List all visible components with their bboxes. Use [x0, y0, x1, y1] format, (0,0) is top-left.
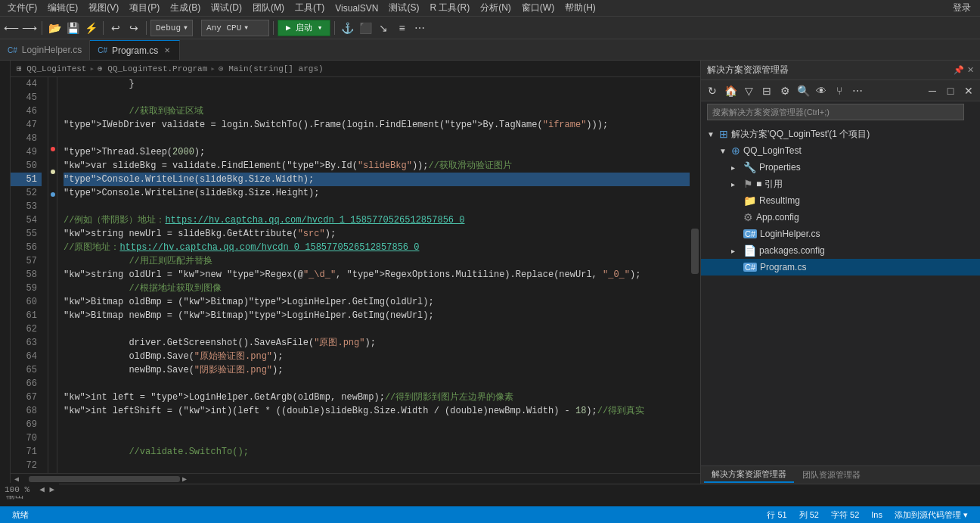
- tree-item-appconfig[interactable]: ⚙ App.config: [701, 209, 980, 226]
- menubar-item-tools[interactable]: 工具(T): [290, 0, 329, 16]
- line-number-47: 47: [11, 118, 42, 132]
- menubar-item-window[interactable]: 窗口(W): [517, 0, 559, 16]
- menubar-item-view[interactable]: 视图(V): [84, 0, 123, 16]
- toolbar-back-btn[interactable]: ⟵: [3, 20, 20, 36]
- panel-maximize-btn[interactable]: □: [942, 82, 959, 99]
- tree-item-project[interactable]: ▼ ⊕ QQ_LoginTest: [701, 142, 980, 159]
- start-button[interactable]: ▶ 启动 ▾: [278, 20, 330, 36]
- scrollbar-thumb[interactable]: [691, 229, 699, 274]
- toolbar-breakpoint-btn[interactable]: ⬛: [357, 20, 374, 36]
- tree-item-loginhelper[interactable]: C# LoginHelper.cs: [701, 226, 980, 242]
- status-left: 就绪: [6, 509, 35, 521]
- solution-settings-btn[interactable]: ⚙: [777, 82, 793, 99]
- tree-item-packagesconfig[interactable]: ▸ 📄 packages.config: [701, 242, 980, 259]
- zoom-label[interactable]: 100 % ◀ ▶: [11, 483, 59, 484]
- platform-dropdown-arrow: ▼: [244, 24, 248, 31]
- panel-header-controls[interactable]: 📌 ✕: [954, 65, 974, 75]
- breadcrumb-part3[interactable]: ⊙ Main(string[] args): [219, 64, 324, 73]
- close-panel-icon[interactable]: ✕: [967, 65, 974, 75]
- platform-dropdown[interactable]: Any CPU ▼: [201, 20, 269, 36]
- login-label[interactable]: 登录: [953, 2, 977, 14]
- tree-item-resultimg[interactable]: 📁 ResultImg: [701, 192, 980, 209]
- toolbar-undo-btn[interactable]: ↩: [107, 20, 124, 36]
- solution-home-btn[interactable]: 🏠: [722, 82, 739, 99]
- menubar-item-analyze[interactable]: 分析(N): [476, 0, 516, 16]
- toolbar-attach-btn[interactable]: ⚓: [339, 20, 355, 36]
- solution-icon: ⊞: [719, 128, 728, 140]
- line-number-67: 67: [11, 391, 42, 404]
- code-editor[interactable]: 4445464748495051525354555657585960616263…: [11, 77, 700, 473]
- line-number-70: 70: [11, 431, 42, 445]
- panel-minimize-btn[interactable]: ─: [924, 82, 941, 99]
- scrollbar-h-thumb[interactable]: [29, 476, 180, 482]
- solution-collapse-btn[interactable]: ⊟: [758, 82, 775, 99]
- tree-arrow-solution: ▼: [707, 130, 716, 139]
- solution-filter-btn[interactable]: ▽: [740, 82, 757, 99]
- scroll-right-arrow[interactable]: ▶: [180, 475, 189, 484]
- line-number-57: 57: [11, 254, 42, 268]
- tab-team-explorer[interactable]: 团队资源管理器: [795, 468, 868, 482]
- tab-program[interactable]: C# Program.cs ✕: [90, 40, 180, 60]
- solution-sync-btn[interactable]: ↻: [704, 82, 721, 99]
- code-line-56: //原图地址：https://hv.captcha.qq.com/hvcdn_0…: [64, 241, 690, 254]
- toolbar-more-btn[interactable]: ⋯: [411, 20, 428, 36]
- toolbar-save-all-btn[interactable]: ⚡: [82, 20, 99, 36]
- tree-item-solution[interactable]: ▼ ⊞ 解决方案'QQ_LoginTest'(1 个项目): [701, 126, 980, 142]
- tab-loginhelper[interactable]: C# LoginHelper.cs: [0, 40, 90, 60]
- code-line-50: "kw">var slideBkg = validate.FindElement…: [64, 159, 690, 173]
- solution-search-btn[interactable]: 🔍: [795, 82, 811, 99]
- panel-close-btn[interactable]: ✕: [960, 82, 977, 99]
- code-line-68: "kw">int leftShift = ("kw">int)(left * (…: [64, 404, 690, 418]
- status-col[interactable]: 列 52: [793, 509, 825, 521]
- loginhelper-file-icon: C#: [743, 229, 757, 238]
- toolbar-step-btn[interactable]: ↘: [375, 20, 392, 36]
- menubar-item-project[interactable]: 项目(P): [125, 0, 164, 16]
- status-add-to-source[interactable]: 添加到源代码管理 ▾: [889, 509, 974, 521]
- line-number-62: 62: [11, 322, 42, 336]
- code-line-44: }: [64, 77, 690, 91]
- menubar-item-rtools[interactable]: R 工具(R): [425, 0, 474, 16]
- solution-git-btn[interactable]: ⑂: [831, 82, 848, 99]
- tree-item-programcs[interactable]: C# Program.cs: [701, 259, 980, 276]
- menubar-item-edit[interactable]: 编辑(E): [43, 0, 82, 16]
- scrollbar-bottom[interactable]: ◀ ▶: [11, 473, 700, 484]
- editor-scrollbar[interactable]: [690, 77, 700, 473]
- line-number-64: 64: [11, 350, 42, 363]
- config-dropdown[interactable]: Debug ▼: [150, 20, 193, 36]
- main-area: ⊞ QQ_LoginTest ▸ ⊕ QQ_LoginTest.Program …: [0, 61, 980, 484]
- menubar-item-help[interactable]: 帮助(H): [560, 0, 600, 16]
- tree-item-references[interactable]: ▸ ⚑ ■ 引用: [701, 176, 980, 192]
- menubar-item-visualsvn[interactable]: VisualSVN: [330, 2, 383, 15]
- status-ready[interactable]: 就绪: [6, 509, 35, 521]
- status-ins[interactable]: Ins: [865, 510, 889, 519]
- menubar-item-debug[interactable]: 调试(D): [206, 0, 247, 16]
- solution-more-btn[interactable]: ⋯: [849, 82, 866, 99]
- breadcrumb-part1[interactable]: ⊞ QQ_LoginTest: [17, 64, 86, 73]
- pin-icon[interactable]: 📌: [954, 65, 964, 75]
- menubar-item-build[interactable]: 生成(B): [166, 0, 205, 16]
- indicator-warning: [51, 170, 55, 174]
- code-content[interactable]: } //获取到验证区域 "type">IWebDriver validate =…: [57, 77, 690, 473]
- tree-label-project: QQ_LoginTest: [743, 145, 802, 156]
- toolbar-redo-btn[interactable]: ↪: [126, 20, 142, 36]
- code-line-67: "kw">int left = "type">LoginHelper.GetAr…: [64, 391, 690, 404]
- tab-program-close[interactable]: ✕: [163, 45, 172, 55]
- code-line-59: //根据地址获取到图像: [64, 282, 690, 295]
- tab-solution-explorer[interactable]: 解决方案资源管理器: [704, 467, 794, 483]
- toolbar-open-btn[interactable]: 📂: [46, 20, 63, 36]
- breadcrumb-part2[interactable]: ⊕ QQ_LoginTest.Program: [98, 64, 207, 73]
- menubar-item-file[interactable]: 文件(F): [3, 0, 42, 16]
- solution-search-input-wrapper[interactable]: 搜索解决方案资源管理器(Ctrl+;): [707, 104, 964, 120]
- status-char[interactable]: 字符 52: [825, 509, 865, 521]
- code-line-51: "type">Console.WriteLine(slideBkg.Size.W…: [64, 173, 690, 186]
- scroll-left-arrow[interactable]: ◀: [12, 475, 21, 484]
- toolbar-align-btn[interactable]: ≡: [393, 20, 410, 36]
- toolbar-forward-btn[interactable]: ⟶: [21, 20, 38, 36]
- menubar-item-test[interactable]: 测试(S): [384, 0, 423, 16]
- toolbar-save-btn[interactable]: 💾: [64, 20, 81, 36]
- tree-item-properties[interactable]: ▸ 🔧 Properties: [701, 159, 980, 176]
- menubar-item-team[interactable]: 团队(M): [248, 0, 289, 16]
- indicator-error: [51, 147, 55, 151]
- status-line[interactable]: 行 51: [761, 509, 792, 521]
- solution-view-btn[interactable]: 👁: [813, 82, 830, 99]
